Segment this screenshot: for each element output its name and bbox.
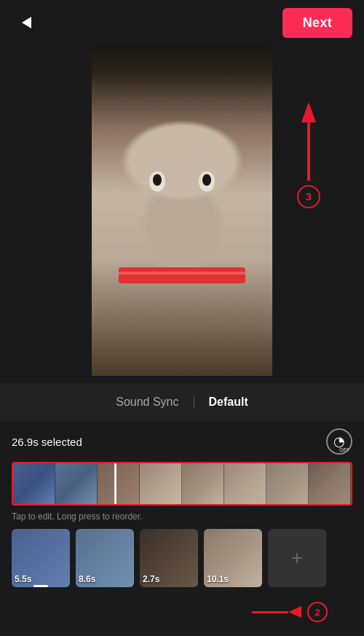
- arrow-body-2: [252, 611, 288, 613]
- back-button[interactable]: [12, 8, 41, 37]
- clip-4-duration: 10.1s: [207, 574, 229, 584]
- film-frame-8: [309, 463, 351, 504]
- clip-4[interactable]: 10.1s: [204, 529, 262, 587]
- clip-3-duration: 2.7s: [143, 574, 159, 584]
- clips-row: 5.5s 8.6s 2.7s 10.1s +: [12, 529, 352, 594]
- video-preview: [92, 45, 272, 376]
- clip-3[interactable]: 2.7s: [140, 529, 198, 587]
- scarf: [119, 267, 245, 283]
- arrow-shaft: [307, 122, 310, 181]
- add-clip-icon: +: [291, 546, 303, 570]
- speed-off-label: OFF: [339, 447, 349, 452]
- mode-bar: Sound Sync Default 1: [0, 383, 364, 421]
- annotation-circle-2: 2: [307, 602, 328, 622]
- video-frame: [92, 45, 272, 376]
- arrow-head-2: [288, 606, 301, 618]
- film-frame-5: [182, 463, 224, 504]
- back-chevron-icon: [22, 17, 31, 28]
- elephant-image: [92, 45, 272, 376]
- timeline-header: 26.9s selected ◔ OFF: [12, 428, 352, 455]
- film-frame-2: [55, 463, 98, 504]
- eye-right: [199, 171, 215, 192]
- clip-2[interactable]: 8.6s: [76, 529, 134, 587]
- film-frame-1: [13, 463, 55, 504]
- clip-1[interactable]: 5.5s: [12, 529, 70, 587]
- film-frame-4: [140, 463, 182, 504]
- clip-1-selected: [33, 585, 48, 587]
- filmstrip[interactable]: [12, 462, 352, 506]
- arrow-up-icon: [301, 102, 316, 122]
- annotation-2: 2: [252, 602, 328, 622]
- scarf-stripe: [119, 272, 245, 275]
- edit-hint-label: Tap to edit. Long press to reorder.: [12, 511, 352, 522]
- film-frame-3: [98, 463, 140, 504]
- header: Next: [0, 0, 364, 45]
- clip-1-duration: 5.5s: [15, 574, 31, 584]
- film-frame-7: [266, 463, 309, 504]
- sound-sync-button[interactable]: Sound Sync: [101, 390, 193, 415]
- playhead: [114, 463, 116, 504]
- timeline-section: 26.9s selected ◔ OFF Tap to edit. Long p…: [0, 421, 364, 594]
- pupil-right: [202, 174, 211, 186]
- filmstrip-frames: [13, 463, 351, 504]
- default-button[interactable]: Default: [194, 390, 263, 415]
- add-clip-button[interactable]: +: [268, 529, 326, 587]
- speed-control-button[interactable]: ◔ OFF: [326, 428, 352, 455]
- eye-left: [149, 171, 165, 192]
- film-frame-6: [224, 463, 266, 504]
- clip-2-duration: 8.6s: [79, 574, 95, 584]
- selected-duration-label: 26.9s selected: [12, 436, 82, 448]
- annotation-circle-3: 3: [297, 185, 320, 208]
- pupil-left: [153, 174, 162, 186]
- next-button[interactable]: Next: [282, 8, 352, 38]
- annotation-3: 3: [297, 102, 320, 208]
